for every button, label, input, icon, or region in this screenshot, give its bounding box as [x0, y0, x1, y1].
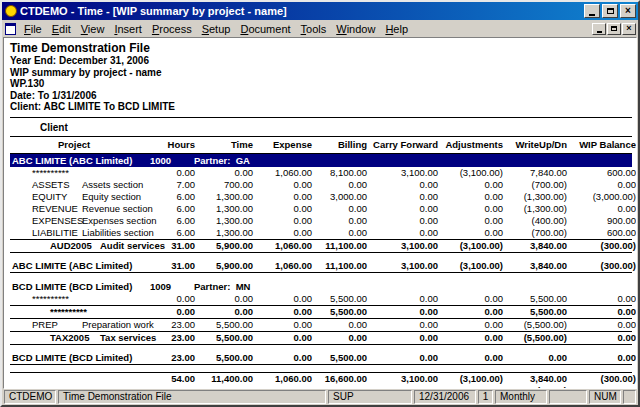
report-area: Time Demonstration File Year End: Decemb…: [3, 37, 637, 389]
menu-setup[interactable]: Setup: [197, 22, 236, 36]
window-title: CTDEMO - Time - [WIP summary by project …: [20, 5, 582, 17]
cell-value: 5,500.00: [195, 319, 253, 331]
cell-value: 0.00: [312, 203, 367, 215]
section-subtotal-row[interactable]: ABC LIMITE (ABC Limited)31.005,900.001,0…: [10, 260, 632, 273]
grand-total-row[interactable]: 54.0011,400.001,060.0016,600.003,100.00(…: [10, 372, 632, 385]
row-desc: Tax services: [100, 332, 156, 343]
cell-value: 0.00: [253, 215, 312, 227]
cell-value: (3,100.00): [438, 240, 503, 252]
cell-value: 7.00: [160, 179, 195, 191]
report-client-range: Client: ABC LIMITE To BCD LIMITE: [10, 101, 632, 113]
cell-value: 0.00: [367, 293, 438, 305]
cell-value: 3,100.00: [367, 373, 438, 385]
cell-value: (3,100.00): [438, 260, 503, 272]
cell-value: 0.00: [438, 203, 503, 215]
table-row[interactable]: EXPENSESExpenses section6.001,300.000.00…: [10, 215, 632, 227]
section-header-row[interactable]: BCD LIMITE (BCD Limited)1009Partner: MN: [10, 280, 632, 293]
cell-value: 1,300.00: [195, 203, 253, 215]
section-subtotal-row[interactable]: BCD LIMITE (BCD Limited)23.005,500.000.0…: [10, 352, 632, 365]
cell-value: 11,400.00: [195, 373, 253, 385]
row-code: EQUITY: [32, 191, 82, 203]
cell-value: 0.00: [567, 332, 636, 344]
cell-value: 0.00: [160, 293, 195, 305]
cell-value: 5,500.00: [195, 332, 253, 344]
report-document-icon[interactable]: [5, 23, 16, 35]
cell-value: 6.00: [160, 215, 195, 227]
cell-value: 0.00: [367, 179, 438, 191]
row-desc: Equity section: [82, 191, 141, 202]
menu-window[interactable]: Window: [331, 22, 380, 36]
cell-value: 0.00: [160, 306, 195, 318]
cell-value: 31.00: [160, 260, 195, 272]
status-panel-3: 12/31/2006: [414, 390, 476, 404]
table-row[interactable]: LIABILITIELiabilities section6.001,300.0…: [10, 227, 632, 239]
menu-edit[interactable]: Edit: [47, 22, 76, 36]
cell-value: 1,300.00: [195, 227, 253, 239]
report-title: Time Demonstration File: [10, 41, 632, 55]
cell-value: 0.00: [253, 352, 312, 364]
table-row[interactable]: **********0.000.000.005,500.000.000.005,…: [10, 293, 632, 305]
cell-value: 600.00: [567, 227, 636, 239]
menu-help[interactable]: Help: [380, 22, 413, 36]
cell-value: 0.00: [160, 167, 195, 179]
menu-file[interactable]: File: [19, 22, 47, 36]
cell-value: 3,840.00: [503, 373, 567, 385]
row-code: AUD2005: [50, 240, 100, 252]
row-code: **********: [32, 293, 82, 305]
section-code: 1000: [150, 154, 186, 167]
section-header-row[interactable]: ABC LIMITE (ABC Limited)1000Partner: GA: [10, 154, 632, 167]
close-button[interactable]: ×: [620, 4, 636, 18]
cell-value: 0.00: [312, 332, 367, 344]
table-row[interactable]: EQUITYEquity section6.001,300.000.003,00…: [10, 191, 632, 203]
cell-value: (300.00): [567, 260, 636, 272]
row-label: PREPPreparation work: [10, 319, 160, 331]
cell-value: 0.00: [367, 332, 438, 344]
subtotal-label: BCD LIMITE (BCD Limited): [10, 352, 160, 364]
row-label: ASSETSAssets section: [10, 179, 160, 191]
table-row[interactable]: PREPPreparation work23.005,500.000.000.0…: [10, 319, 632, 331]
menu-process[interactable]: Process: [147, 22, 197, 36]
table-row[interactable]: AUD2005Audit services31.005,900.001,060.…: [10, 239, 632, 253]
table-row[interactable]: **********0.000.000.005,500.000.000.005,…: [10, 305, 632, 319]
menu-insert[interactable]: Insert: [109, 22, 147, 36]
cell-value: 54.00: [160, 373, 195, 385]
cell-value: 16,600.00: [312, 373, 367, 385]
minimize-button[interactable]: [584, 4, 600, 18]
report-rows: ABC LIMITE (ABC Limited)1000Partner: GA*…: [10, 154, 632, 390]
row-code: ASSETS: [32, 179, 82, 191]
cell-value: 0.00: [567, 352, 636, 364]
table-row[interactable]: REVENUERevenue section6.001,300.000.000.…: [10, 203, 632, 215]
cell-value: 0.00: [312, 319, 367, 331]
menu-document[interactable]: Document: [235, 22, 295, 36]
row-spacer: [10, 273, 632, 280]
cell-value: 600.00: [567, 167, 636, 179]
table-row[interactable]: **********0.000.001,060.008,100.003,100.…: [10, 167, 632, 179]
child-minimize-button[interactable]: [592, 23, 606, 35]
minimize-icon: [597, 31, 602, 33]
table-row[interactable]: ASSETSAssets section7.00700.000.000.000.…: [10, 179, 632, 191]
cell-value: 1,060.00: [253, 167, 312, 179]
menu-view[interactable]: View: [76, 22, 110, 36]
row-label: TAX2005Tax services: [10, 332, 160, 344]
subtotal-name: ABC LIMITE (ABC Limited): [12, 260, 132, 271]
table-row[interactable]: TAX2005Tax services23.005,500.000.000.00…: [10, 331, 632, 345]
report-year-end: Year End: December 31, 2006: [10, 55, 632, 67]
cell-value: 0.00: [195, 167, 253, 179]
cell-value: (700.00): [503, 179, 567, 191]
column-header-billing: Billing: [312, 139, 367, 151]
cell-value: 0.00: [253, 293, 312, 305]
cell-value: 3,000.00: [312, 191, 367, 203]
app-window: CTDEMO - Time - [WIP summary by project …: [0, 0, 640, 407]
cell-value: 0.00: [195, 293, 253, 305]
cell-value: 0.00: [253, 319, 312, 331]
cell-value: 0.00: [312, 215, 367, 227]
menu-tools[interactable]: Tools: [296, 22, 332, 36]
child-close-button[interactable]: ×: [622, 23, 636, 35]
child-restore-button[interactable]: [607, 23, 621, 35]
restore-button[interactable]: [602, 4, 618, 18]
restore-icon: [611, 26, 617, 31]
column-header-adjustments: Adjustments: [438, 139, 503, 151]
row-code: **********: [50, 306, 100, 318]
row-desc: Preparation work: [82, 319, 154, 330]
restore-icon: [607, 8, 614, 14]
